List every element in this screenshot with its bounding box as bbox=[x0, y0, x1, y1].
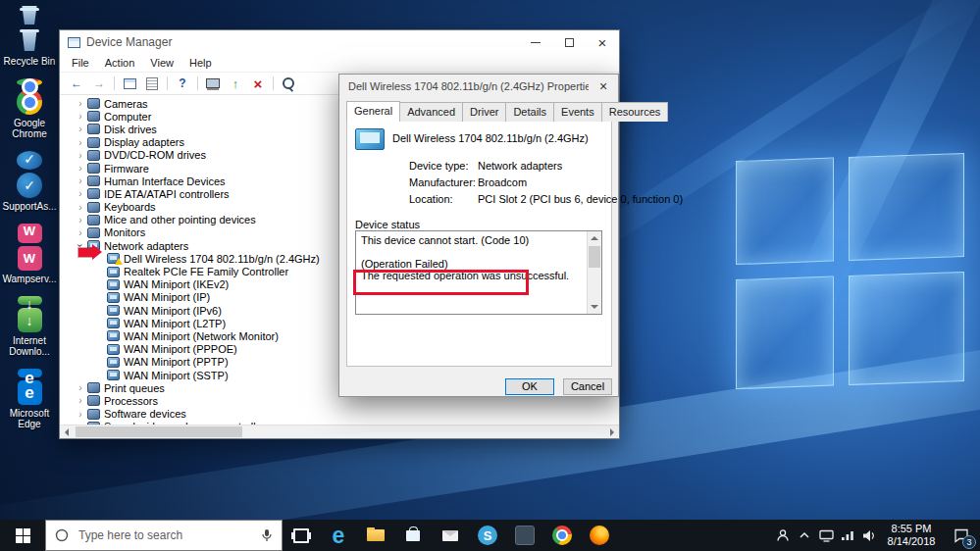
taskbar-firefox-icon[interactable] bbox=[581, 520, 618, 551]
microphone-icon[interactable] bbox=[261, 528, 273, 542]
taskbar-skype-icon[interactable] bbox=[469, 520, 506, 551]
taskbar-store-icon[interactable] bbox=[394, 520, 432, 551]
desktop-icon-supportassist[interactable]: SupportAs... bbox=[2, 151, 57, 212]
toolbar-icon-show-console-tree[interactable] bbox=[121, 75, 138, 92]
scroll-down-arrow[interactable] bbox=[588, 300, 601, 314]
tree-expander-icon[interactable] bbox=[74, 202, 87, 213]
toolbar-icon-separator[interactable] bbox=[273, 76, 274, 90]
network-adapter-icon bbox=[355, 128, 385, 150]
tab-resources[interactable]: Resources bbox=[601, 102, 669, 122]
toolbar-icon-update-driver[interactable] bbox=[227, 75, 244, 92]
minimize-button[interactable] bbox=[519, 30, 552, 54]
scrollbar-track[interactable] bbox=[74, 426, 605, 438]
cancel-button[interactable]: Cancel bbox=[563, 378, 612, 395]
device-manager-titlebar[interactable]: Device Manager bbox=[60, 30, 619, 54]
taskbar-file-explorer-icon[interactable] bbox=[357, 520, 394, 551]
toolbar-icon-separator[interactable] bbox=[167, 76, 168, 90]
horizontal-scrollbar[interactable] bbox=[60, 425, 619, 438]
taskbar-app-icon[interactable] bbox=[506, 520, 543, 551]
taskbar-mail-icon[interactable] bbox=[432, 520, 469, 551]
hidden-icons-chevron[interactable] bbox=[794, 520, 815, 551]
taskbar-search[interactable] bbox=[45, 520, 283, 551]
device-icon bbox=[107, 357, 120, 368]
tree-item-label: WAN Miniport (IKEv2) bbox=[124, 278, 229, 290]
tree-expander-icon[interactable] bbox=[74, 382, 87, 393]
tree-item-label: WAN Miniport (PPTP) bbox=[124, 356, 229, 368]
field-value: Broadcom bbox=[478, 176, 527, 193]
tree-expander-icon[interactable] bbox=[74, 409, 87, 420]
tree-item-software-devices[interactable]: Software devices bbox=[66, 408, 619, 421]
tree-expander-icon[interactable] bbox=[74, 227, 87, 238]
tree-item-label: Cameras bbox=[104, 98, 148, 110]
tree-expander-icon[interactable] bbox=[74, 137, 87, 148]
scroll-left-arrow[interactable] bbox=[60, 426, 74, 439]
menu-item[interactable]: File bbox=[64, 57, 97, 69]
display-tray-icon[interactable] bbox=[815, 520, 837, 551]
tree-expander-icon[interactable] bbox=[74, 163, 87, 174]
tree-expander-icon[interactable] bbox=[74, 395, 87, 406]
people-icon[interactable] bbox=[772, 520, 794, 551]
network-tray-icon[interactable] bbox=[837, 520, 858, 551]
task-view-button[interactable] bbox=[283, 520, 320, 551]
tree-expander-icon[interactable] bbox=[74, 175, 87, 186]
tab-advanced[interactable]: Advanced bbox=[399, 102, 463, 122]
start-button[interactable] bbox=[0, 520, 45, 551]
tree-expander-icon[interactable] bbox=[74, 215, 87, 225]
tab-driver[interactable]: Driver bbox=[462, 102, 506, 122]
annotation-red-arrow bbox=[78, 248, 92, 257]
maximize-button[interactable] bbox=[552, 30, 586, 54]
taskbar-chrome-icon[interactable] bbox=[543, 520, 581, 551]
annotation-red-box bbox=[353, 270, 529, 295]
tree-item-label: Mice and other pointing devices bbox=[104, 214, 256, 225]
scrollbar-thumb[interactable] bbox=[76, 426, 242, 437]
tree-item-label: Print queues bbox=[104, 382, 165, 394]
close-button[interactable] bbox=[586, 30, 619, 54]
tree-item-label: Firmware bbox=[104, 163, 149, 175]
device-manager-menubar: File Action View Help bbox=[60, 54, 619, 72]
taskbar-clock[interactable]: 8:55 PM 8/14/2018 bbox=[880, 523, 943, 548]
desktop-icon-microsoft-edge[interactable]: Microsoft Edge bbox=[2, 369, 57, 429]
device-field-row: Location: PCI Slot 2 (PCI bus 6, device … bbox=[409, 193, 605, 210]
desktop-icon-google-chrome[interactable]: Google Chrome bbox=[2, 78, 57, 139]
device-field-row: Device type: Network adapters bbox=[409, 160, 605, 176]
tree-expander-icon[interactable] bbox=[74, 111, 87, 122]
toolbar-icon-forward[interactable] bbox=[90, 75, 108, 92]
toolbar-icon-help[interactable] bbox=[174, 75, 191, 92]
tree-expander-icon[interactable] bbox=[74, 98, 87, 109]
menu-item[interactable]: Help bbox=[181, 57, 220, 69]
tab-events[interactable]: Events bbox=[553, 102, 602, 122]
menu-item[interactable]: Action bbox=[97, 57, 143, 69]
tree-expander-icon[interactable] bbox=[74, 188, 87, 199]
scroll-right-arrow[interactable] bbox=[605, 426, 619, 439]
toolbar-icon-devices[interactable] bbox=[204, 75, 222, 92]
status-scrollbar[interactable] bbox=[587, 231, 601, 314]
desktop-icon-wampserver[interactable]: Wampserv... bbox=[2, 224, 57, 284]
volume-tray-icon[interactable] bbox=[858, 520, 880, 551]
action-center-button[interactable]: 3 bbox=[943, 520, 980, 551]
tab-general[interactable]: General bbox=[346, 101, 400, 121]
tab-details[interactable]: Details bbox=[505, 102, 554, 122]
desktop-icon-recycle-bin[interactable]: Recycle Bin bbox=[2, 6, 57, 67]
taskbar-edge-icon[interactable] bbox=[320, 520, 357, 551]
toolbar-icon-back[interactable] bbox=[68, 75, 85, 92]
dialog-close-button[interactable] bbox=[589, 75, 618, 98]
toolbar-icon-properties[interactable] bbox=[143, 75, 161, 92]
tree-expander-icon[interactable] bbox=[74, 124, 87, 134]
toolbar-icon-uninstall-device[interactable] bbox=[249, 75, 267, 92]
device-icon bbox=[87, 409, 100, 420]
scroll-up-arrow[interactable] bbox=[588, 231, 601, 245]
toolbar-icon-separator[interactable] bbox=[114, 76, 115, 90]
desktop-icon-internet-download-manager[interactable]: Internet Downlo... bbox=[2, 296, 57, 357]
menu-item[interactable]: View bbox=[142, 57, 181, 69]
device-status-message: This device cannot start. (Code 10) bbox=[361, 234, 584, 246]
ok-button[interactable]: OK bbox=[505, 378, 554, 395]
tree-item-label: WAN Miniport (L2TP) bbox=[124, 318, 226, 329]
toolbar-icon-separator[interactable] bbox=[197, 76, 198, 90]
scrollbar-thumb[interactable] bbox=[589, 246, 600, 268]
dialog-titlebar[interactable]: Dell Wireless 1704 802.11b/g/n (2.4GHz) … bbox=[339, 75, 618, 98]
windows-logo-pane bbox=[736, 158, 834, 265]
search-input[interactable] bbox=[77, 527, 253, 543]
toolbar-icon-scan-hardware-changes[interactable] bbox=[280, 75, 297, 92]
tree-expander-icon[interactable] bbox=[74, 150, 87, 161]
device-icon bbox=[107, 267, 120, 277]
